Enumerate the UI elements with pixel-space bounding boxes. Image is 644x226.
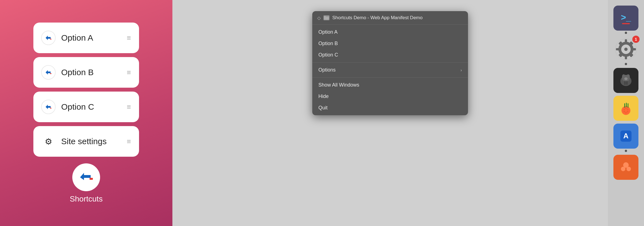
app-label: Shortcuts xyxy=(70,195,103,203)
shortcut-option-c[interactable]: Option C ≡ xyxy=(33,92,139,122)
blue-app-dot xyxy=(625,150,627,152)
menu-item-option-c[interactable]: Option C xyxy=(312,49,468,61)
submenu-chevron-icon: › xyxy=(460,68,462,72)
dock-item-terminal[interactable]: >_ xyxy=(613,6,638,31)
svg-rect-7 xyxy=(90,178,93,180)
window-icon xyxy=(323,15,330,20)
svg-point-38 xyxy=(627,111,628,112)
option-a-handle: ≡ xyxy=(127,34,131,42)
svg-point-29 xyxy=(621,106,630,115)
svg-point-34 xyxy=(625,107,627,109)
svg-rect-16 xyxy=(616,48,619,50)
svg-rect-5 xyxy=(50,108,51,109)
app-icon-container: Shortcuts xyxy=(70,163,103,203)
dock-item-orange-app[interactable] xyxy=(613,155,638,180)
svg-point-36 xyxy=(623,111,625,112)
gear-icon: ⚙ xyxy=(45,137,52,146)
option-b-label: Option B xyxy=(61,68,127,77)
option-c-icon xyxy=(41,100,56,114)
site-settings-icon: ⚙ xyxy=(41,134,56,149)
svg-point-43 xyxy=(621,167,625,171)
svg-rect-30 xyxy=(624,103,625,108)
svg-rect-10 xyxy=(325,16,325,17)
middle-area: ◇ Shortcuts Demo - Web App Manifest Demo… xyxy=(172,0,608,226)
menu-item-hide[interactable]: Hide xyxy=(312,91,468,102)
terminal-dot xyxy=(625,32,627,34)
svg-marker-2 xyxy=(46,70,51,75)
svg-rect-15 xyxy=(625,56,627,59)
dock-item-fruit[interactable] xyxy=(613,96,638,121)
shortcut-site-settings[interactable]: ⚙ Site settings ≡ xyxy=(33,126,139,157)
menu-title: Shortcuts Demo - Web App Manifest Demo xyxy=(332,15,423,21)
app-icon[interactable] xyxy=(72,163,100,191)
menu-section-shortcuts: Option A Option B Option C xyxy=(312,25,468,62)
blue-app-icon: A xyxy=(618,128,634,144)
svg-rect-1 xyxy=(50,39,51,40)
svg-point-33 xyxy=(623,109,625,110)
site-settings-handle: ≡ xyxy=(127,137,131,146)
svg-rect-28 xyxy=(626,81,628,85)
menu-section-options: Options › xyxy=(312,63,468,77)
menu-item-options[interactable]: Options › xyxy=(312,64,468,76)
dock-item-elephant[interactable] xyxy=(613,68,638,93)
svg-point-37 xyxy=(625,112,627,114)
svg-point-44 xyxy=(626,167,631,171)
menu-item-quit[interactable]: Quit xyxy=(312,102,468,114)
fruit-icon xyxy=(618,100,634,116)
svg-rect-27 xyxy=(624,81,626,85)
svg-marker-4 xyxy=(46,105,51,109)
option-a-label: Option A xyxy=(61,33,127,43)
svg-marker-6 xyxy=(80,173,91,180)
dock-item-settings[interactable]: 1 xyxy=(613,37,638,62)
svg-rect-17 xyxy=(633,48,636,50)
svg-text:A: A xyxy=(623,132,629,140)
option-c-label: Option C xyxy=(61,102,127,112)
dock-item-blue-app[interactable]: A xyxy=(613,124,638,149)
shortcut-option-a[interactable]: Option A ≡ xyxy=(33,23,139,53)
menu-item-show-all-windows[interactable]: Show All Windows xyxy=(312,79,468,91)
left-panel: Option A ≡ Option B ≡ Option C ≡ ⚙ Site … xyxy=(0,0,172,226)
orange-app-icon xyxy=(618,159,634,175)
settings-dot xyxy=(625,63,627,65)
site-settings-label: Site settings xyxy=(61,137,127,146)
terminal-red-bar xyxy=(622,23,630,24)
option-b-icon xyxy=(41,65,56,80)
diamond-icon: ◇ xyxy=(317,15,321,21)
svg-point-35 xyxy=(627,109,628,110)
svg-point-26 xyxy=(624,77,628,80)
option-a-icon xyxy=(41,31,56,45)
right-dock: >_ 1 xyxy=(608,0,644,226)
svg-rect-3 xyxy=(50,73,51,74)
option-c-handle: ≡ xyxy=(127,103,131,111)
menu-item-option-b[interactable]: Option B xyxy=(312,38,468,49)
shortcut-option-b[interactable]: Option B ≡ xyxy=(33,57,139,88)
svg-rect-14 xyxy=(625,39,627,43)
context-menu: ◇ Shortcuts Demo - Web App Manifest Demo… xyxy=(312,11,468,115)
svg-rect-31 xyxy=(626,103,627,107)
svg-point-13 xyxy=(624,48,628,51)
option-b-handle: ≡ xyxy=(127,68,131,77)
svg-marker-0 xyxy=(46,36,51,40)
settings-badge: 1 xyxy=(632,36,640,43)
menu-section-window: Show All Windows Hide Quit xyxy=(312,78,468,115)
menu-item-option-a[interactable]: Option A xyxy=(312,26,468,38)
elephant-icon xyxy=(618,73,634,88)
terminal-icon: >_ xyxy=(621,12,631,24)
menu-header: ◇ Shortcuts Demo - Web App Manifest Demo xyxy=(312,11,468,25)
svg-rect-32 xyxy=(628,103,628,108)
